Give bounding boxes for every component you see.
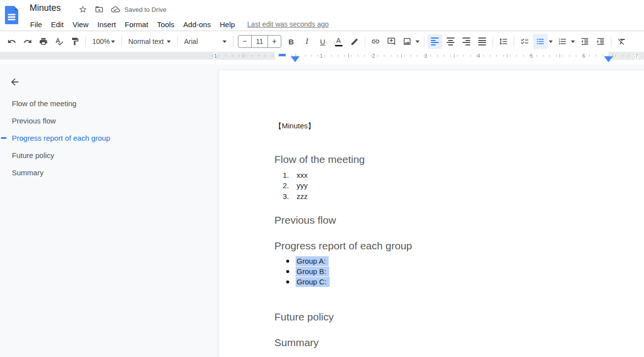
doc-heading-summary[interactable]: Summary — [274, 336, 624, 349]
outline-item-label: Summary — [12, 168, 43, 177]
paint-format-button[interactable] — [68, 34, 82, 49]
redo-button[interactable] — [20, 34, 35, 49]
align-left-button[interactable] — [427, 34, 442, 49]
star-icon[interactable] — [78, 4, 88, 14]
highlight-color-button[interactable] — [347, 34, 362, 49]
highlighter-icon — [350, 38, 359, 46]
list-item[interactable]: 1. xxx — [274, 170, 624, 180]
doc-heading-flow[interactable]: Flow of the meeting — [274, 153, 624, 166]
saved-status[interactable]: Saved to Drive — [111, 4, 166, 14]
menu-help[interactable]: Help — [215, 19, 239, 30]
bullet-icon — [286, 260, 289, 263]
list-item-text[interactable]: xxx — [297, 171, 308, 179]
align-center-button[interactable] — [443, 34, 458, 49]
ruler-number: 4 — [477, 53, 480, 59]
print-button[interactable] — [36, 34, 51, 49]
font-size-group: − 11 + — [238, 35, 281, 48]
close-outline-button[interactable] — [8, 75, 22, 89]
doc-heading-future[interactable]: Future policy — [274, 310, 624, 323]
toolbar-divider — [492, 36, 493, 47]
list-item[interactable]: Group B: — [274, 266, 624, 277]
indent-icon — [596, 37, 605, 46]
clear-formatting-button[interactable] — [614, 34, 629, 49]
menu-tools[interactable]: Tools — [152, 19, 179, 30]
outline-item-summary[interactable]: Summary — [0, 164, 212, 181]
first-line-indent-marker[interactable] — [279, 54, 286, 56]
selected-text[interactable]: Group A: — [296, 256, 329, 266]
toolbar-divider — [233, 36, 233, 47]
menu-file[interactable]: File — [26, 19, 46, 30]
menu-insert[interactable]: Insert — [93, 19, 120, 30]
align-right-button[interactable] — [459, 34, 474, 49]
outline-item-label: Progress report of each group — [12, 134, 110, 142]
doc-heading-previous[interactable]: Previous flow — [274, 213, 624, 227]
line-spacing-button[interactable] — [496, 34, 511, 49]
back-arrow-icon — [9, 77, 20, 87]
toolbar-divider — [121, 36, 122, 47]
undo-button[interactable] — [4, 34, 19, 49]
insert-image-dropdown[interactable] — [414, 34, 421, 49]
saved-status-label: Saved to Drive — [124, 6, 166, 13]
list-item[interactable]: Group A: — [274, 256, 624, 266]
bulleted-list-dropdown[interactable] — [547, 34, 554, 49]
text-color-button[interactable]: A — [331, 34, 346, 49]
right-indent-marker[interactable] — [604, 56, 613, 62]
italic-button[interactable]: I — [300, 34, 314, 49]
numbered-list-button[interactable] — [555, 34, 570, 49]
selected-text[interactable]: Group B: — [296, 267, 329, 277]
outline-item-progress[interactable]: Progress report of each group — [0, 129, 212, 147]
align-left-icon — [431, 38, 439, 45]
docs-logo-icon[interactable] — [5, 6, 18, 24]
insert-link-button[interactable] — [368, 34, 383, 49]
image-icon — [403, 37, 412, 46]
align-center-icon — [447, 38, 455, 45]
insert-comment-button[interactable] — [384, 34, 399, 49]
doc-intro-line[interactable]: 【Minutes】 — [274, 121, 624, 131]
list-item-text[interactable]: zzz — [297, 192, 308, 200]
increase-indent-button[interactable] — [593, 34, 608, 49]
align-justify-button[interactable] — [475, 34, 490, 49]
doc-heading-progress[interactable]: Progress report of each group — [274, 239, 624, 252]
font-family-value: Arial — [184, 38, 198, 45]
menu-view[interactable]: View — [68, 19, 93, 30]
list-item[interactable]: 3. zzz — [274, 191, 624, 201]
underline-button[interactable]: U — [315, 34, 330, 49]
font-size-input[interactable]: 11 — [251, 35, 268, 48]
left-indent-marker[interactable] — [291, 56, 300, 62]
insert-image-button[interactable] — [400, 34, 415, 49]
toolbar-divider — [514, 36, 514, 47]
paragraph-style-select[interactable]: Normal text — [124, 34, 175, 49]
bulleted-list-icon — [536, 37, 545, 46]
zoom-select[interactable]: 100% — [88, 34, 119, 49]
chevron-down-icon — [111, 40, 115, 43]
checklist-button[interactable] — [517, 34, 532, 49]
menu-format[interactable]: Format — [120, 19, 153, 30]
font-family-select[interactable]: Arial — [180, 34, 230, 49]
bullet-icon — [286, 270, 289, 273]
ruler-strip: 1 1 2 3 4 5 6 7 — [0, 52, 644, 60]
spellcheck-button[interactable] — [52, 34, 67, 49]
align-right-icon — [462, 38, 470, 45]
chevron-down-icon — [223, 40, 227, 43]
top-bar: Minutes Saved to Drive File Edit View In… — [0, 0, 644, 31]
bold-button[interactable]: B — [284, 34, 299, 49]
last-edit-link[interactable]: Last edit was seconds ago — [247, 20, 329, 28]
list-item[interactable]: 2. yyy — [274, 180, 624, 191]
move-folder-icon[interactable] — [94, 4, 104, 14]
document-page[interactable]: 【Minutes】 Flow of the meeting 1. xxx 2. … — [219, 70, 644, 357]
list-item[interactable]: Group C: — [274, 277, 624, 287]
numbered-list-dropdown[interactable] — [569, 34, 576, 49]
bulleted-list-button[interactable] — [533, 34, 548, 49]
decrease-indent-button[interactable] — [577, 34, 592, 49]
menu-edit[interactable]: Edit — [46, 19, 68, 30]
outline-item-future[interactable]: Future policy — [0, 147, 212, 164]
menu-addons[interactable]: Add-ons — [179, 19, 215, 30]
outline-item-flow[interactable]: Flow of the meeting — [0, 95, 212, 112]
document-title[interactable]: Minutes — [30, 3, 61, 13]
font-size-increase-button[interactable]: + — [268, 35, 281, 48]
selected-text[interactable]: Group C: — [296, 277, 330, 287]
font-size-decrease-button[interactable]: − — [238, 35, 251, 48]
list-item-text[interactable]: yyy — [297, 181, 308, 190]
outline-item-previous[interactable]: Previous flow — [0, 112, 212, 129]
outline-item-label: Future policy — [12, 151, 54, 159]
